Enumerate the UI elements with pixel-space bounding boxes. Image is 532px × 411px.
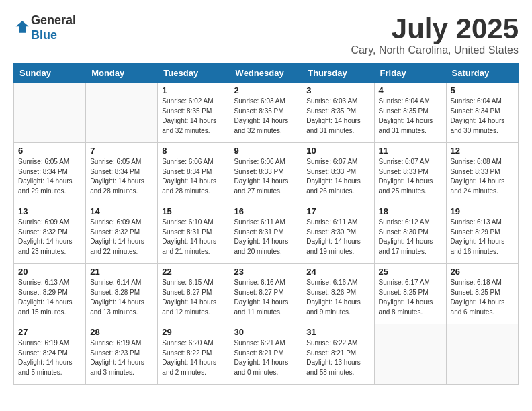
day-cell: 5Sunrise: 6:04 AM Sunset: 8:34 PM Daylig… (446, 83, 518, 143)
day-cell: 20Sunrise: 6:13 AM Sunset: 8:29 PM Dayli… (14, 264, 86, 324)
day-number: 15 (162, 206, 225, 216)
day-info: Sunrise: 6:20 AM Sunset: 8:22 PM Dayligh… (162, 338, 225, 377)
day-cell: 26Sunrise: 6:18 AM Sunset: 8:25 PM Dayli… (446, 264, 518, 324)
col-header-wednesday: Wednesday (230, 64, 302, 83)
day-number: 3 (306, 85, 369, 95)
day-number: 24 (306, 267, 369, 277)
day-cell: 21Sunrise: 6:14 AM Sunset: 8:28 PM Dayli… (86, 264, 158, 324)
col-header-friday: Friday (374, 64, 446, 83)
week-row-1: 1Sunrise: 6:02 AM Sunset: 8:35 PM Daylig… (14, 83, 519, 143)
day-info: Sunrise: 6:10 AM Sunset: 8:31 PM Dayligh… (162, 218, 225, 257)
day-info: Sunrise: 6:03 AM Sunset: 8:35 PM Dayligh… (234, 97, 298, 136)
week-row-4: 20Sunrise: 6:13 AM Sunset: 8:29 PM Dayli… (14, 264, 519, 324)
day-cell: 10Sunrise: 6:07 AM Sunset: 8:33 PM Dayli… (302, 143, 374, 203)
day-number: 2 (234, 85, 298, 95)
location: Cary, North Carolina, United States (351, 44, 519, 56)
day-cell: 8Sunrise: 6:06 AM Sunset: 8:34 PM Daylig… (158, 143, 230, 203)
logo-blue-text: Blue (31, 28, 57, 42)
day-cell: 12Sunrise: 6:08 AM Sunset: 8:33 PM Dayli… (446, 143, 518, 203)
day-cell (14, 83, 86, 143)
day-number: 21 (90, 267, 153, 277)
day-number: 8 (162, 146, 225, 156)
day-info: Sunrise: 6:11 AM Sunset: 8:30 PM Dayligh… (306, 218, 369, 257)
day-cell: 24Sunrise: 6:16 AM Sunset: 8:26 PM Dayli… (302, 264, 374, 324)
day-cell: 28Sunrise: 6:19 AM Sunset: 8:23 PM Dayli… (86, 324, 158, 385)
day-info: Sunrise: 6:07 AM Sunset: 8:33 PM Dayligh… (379, 157, 442, 196)
day-number: 13 (18, 206, 81, 216)
day-cell: 22Sunrise: 6:15 AM Sunset: 8:27 PM Dayli… (158, 264, 230, 324)
day-info: Sunrise: 6:05 AM Sunset: 8:34 PM Dayligh… (90, 157, 153, 196)
day-cell: 29Sunrise: 6:20 AM Sunset: 8:22 PM Dayli… (158, 324, 230, 385)
day-number: 31 (306, 327, 369, 337)
day-info: Sunrise: 6:04 AM Sunset: 8:35 PM Dayligh… (379, 97, 442, 136)
day-cell: 16Sunrise: 6:11 AM Sunset: 8:31 PM Dayli… (230, 203, 302, 264)
week-row-5: 27Sunrise: 6:19 AM Sunset: 8:24 PM Dayli… (14, 324, 519, 385)
day-info: Sunrise: 6:09 AM Sunset: 8:32 PM Dayligh… (18, 218, 81, 257)
day-cell: 19Sunrise: 6:13 AM Sunset: 8:29 PM Dayli… (446, 203, 518, 264)
day-info: Sunrise: 6:11 AM Sunset: 8:31 PM Dayligh… (234, 218, 298, 257)
day-info: Sunrise: 6:22 AM Sunset: 8:21 PM Dayligh… (306, 338, 369, 377)
day-number: 23 (234, 267, 298, 277)
day-cell: 15Sunrise: 6:10 AM Sunset: 8:31 PM Dayli… (158, 203, 230, 264)
day-number: 11 (379, 146, 442, 156)
day-number: 19 (451, 206, 514, 216)
day-cell: 27Sunrise: 6:19 AM Sunset: 8:24 PM Dayli… (14, 324, 86, 385)
col-header-sunday: Sunday (14, 64, 86, 83)
day-cell: 11Sunrise: 6:07 AM Sunset: 8:33 PM Dayli… (374, 143, 446, 203)
logo-icon (15, 19, 31, 35)
day-number: 12 (451, 146, 514, 156)
logo: General Blue (13, 13, 76, 42)
day-info: Sunrise: 6:19 AM Sunset: 8:24 PM Dayligh… (18, 338, 81, 377)
day-number: 27 (18, 327, 81, 337)
day-info: Sunrise: 6:02 AM Sunset: 8:35 PM Dayligh… (162, 97, 225, 136)
day-info: Sunrise: 6:13 AM Sunset: 8:29 PM Dayligh… (451, 218, 514, 257)
day-number: 30 (234, 327, 298, 337)
day-info: Sunrise: 6:14 AM Sunset: 8:28 PM Dayligh… (90, 278, 153, 317)
day-number: 22 (162, 267, 225, 277)
day-number: 28 (90, 327, 153, 337)
day-cell: 31Sunrise: 6:22 AM Sunset: 8:21 PM Dayli… (302, 324, 374, 385)
day-info: Sunrise: 6:21 AM Sunset: 8:21 PM Dayligh… (234, 338, 298, 377)
day-info: Sunrise: 6:03 AM Sunset: 8:35 PM Dayligh… (306, 97, 369, 136)
day-info: Sunrise: 6:13 AM Sunset: 8:29 PM Dayligh… (18, 278, 81, 317)
day-cell: 14Sunrise: 6:09 AM Sunset: 8:32 PM Dayli… (86, 203, 158, 264)
week-row-3: 13Sunrise: 6:09 AM Sunset: 8:32 PM Dayli… (14, 203, 519, 264)
day-number: 18 (379, 206, 442, 216)
col-header-tuesday: Tuesday (158, 64, 230, 83)
svg-marker-0 (16, 21, 29, 33)
title-block: July 2025 Cary, North Carolina, United S… (351, 13, 519, 56)
month-title: July 2025 (351, 13, 519, 44)
col-header-saturday: Saturday (446, 64, 518, 83)
day-number: 20 (18, 267, 81, 277)
day-info: Sunrise: 6:15 AM Sunset: 8:27 PM Dayligh… (162, 278, 225, 317)
day-number: 9 (234, 146, 298, 156)
day-cell: 3Sunrise: 6:03 AM Sunset: 8:35 PM Daylig… (302, 83, 374, 143)
day-info: Sunrise: 6:05 AM Sunset: 8:34 PM Dayligh… (18, 157, 81, 196)
day-cell (374, 324, 446, 385)
day-number: 14 (90, 206, 153, 216)
day-cell: 18Sunrise: 6:12 AM Sunset: 8:30 PM Dayli… (374, 203, 446, 264)
day-number: 25 (379, 267, 442, 277)
col-header-monday: Monday (86, 64, 158, 83)
logo-general-text: General (31, 13, 76, 27)
day-info: Sunrise: 6:19 AM Sunset: 8:23 PM Dayligh… (90, 338, 153, 377)
day-info: Sunrise: 6:17 AM Sunset: 8:25 PM Dayligh… (379, 278, 442, 317)
day-number: 16 (234, 206, 298, 216)
day-cell: 4Sunrise: 6:04 AM Sunset: 8:35 PM Daylig… (374, 83, 446, 143)
day-cell (446, 324, 518, 385)
day-cell (86, 83, 158, 143)
day-cell: 2Sunrise: 6:03 AM Sunset: 8:35 PM Daylig… (230, 83, 302, 143)
col-header-thursday: Thursday (302, 64, 374, 83)
day-cell: 17Sunrise: 6:11 AM Sunset: 8:30 PM Dayli… (302, 203, 374, 264)
day-info: Sunrise: 6:12 AM Sunset: 8:30 PM Dayligh… (379, 218, 442, 257)
day-cell: 25Sunrise: 6:17 AM Sunset: 8:25 PM Dayli… (374, 264, 446, 324)
day-info: Sunrise: 6:16 AM Sunset: 8:26 PM Dayligh… (306, 278, 369, 317)
day-cell: 9Sunrise: 6:06 AM Sunset: 8:33 PM Daylig… (230, 143, 302, 203)
day-number: 4 (379, 85, 442, 95)
day-info: Sunrise: 6:08 AM Sunset: 8:33 PM Dayligh… (451, 157, 514, 196)
day-number: 29 (162, 327, 225, 337)
day-cell: 23Sunrise: 6:16 AM Sunset: 8:27 PM Dayli… (230, 264, 302, 324)
day-info: Sunrise: 6:09 AM Sunset: 8:32 PM Dayligh… (90, 218, 153, 257)
day-cell: 13Sunrise: 6:09 AM Sunset: 8:32 PM Dayli… (14, 203, 86, 264)
day-cell: 30Sunrise: 6:21 AM Sunset: 8:21 PM Dayli… (230, 324, 302, 385)
